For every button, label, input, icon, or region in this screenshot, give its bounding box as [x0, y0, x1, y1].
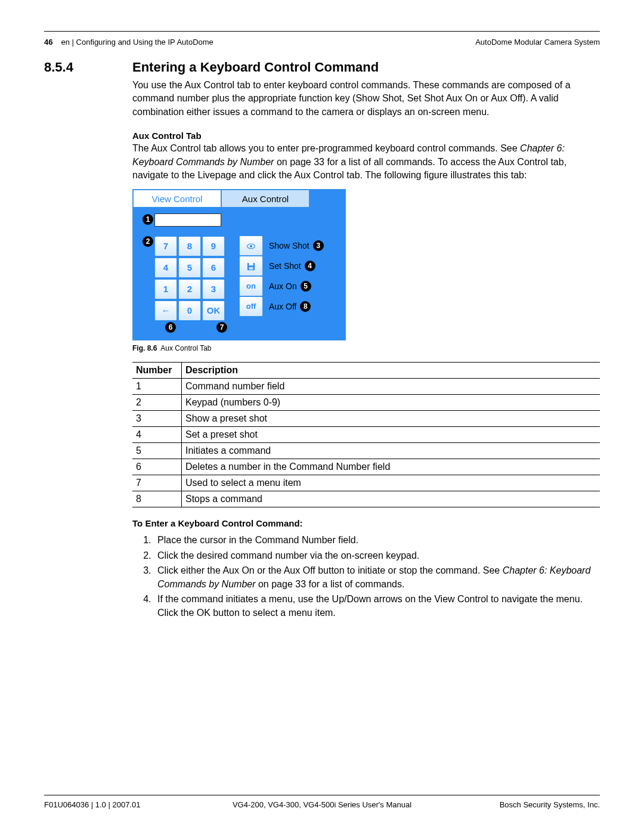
table-row: 5Initiates a command: [132, 443, 600, 459]
table-row: 2Keypad (numbers 0-9): [132, 395, 600, 411]
table-row: 8Stops a command: [132, 491, 600, 507]
list-item: Place the cursor in the Command Number f…: [154, 533, 600, 547]
svg-rect-4: [249, 267, 253, 270]
tab-aux-control[interactable]: Aux Control: [221, 190, 309, 208]
header-right: AutoDome Modular Camera System: [475, 38, 600, 47]
svg-rect-3: [249, 263, 253, 265]
keypad-0[interactable]: 0: [178, 301, 201, 321]
callout-description-table: Number Description 1Command number field…: [132, 362, 600, 507]
list-item: If the command initiates a menu, use the…: [154, 592, 600, 620]
table-row: 4Set a preset shot: [132, 427, 600, 443]
aux-control-figure: View Control Aux Control 1 2 7 8 9 4 5: [132, 189, 346, 340]
to-enter-heading: To Enter a Keyboard Control Command:: [132, 517, 600, 529]
figure-caption: Fig. 8.6 Aux Control Tab: [132, 344, 600, 352]
keypad-back[interactable]: ←: [154, 301, 177, 321]
section-number: 8.5.4: [44, 60, 73, 75]
table-row: 7Used to select a menu item: [132, 475, 600, 491]
table-row: 3Show a preset shot: [132, 411, 600, 427]
header-left: en | Configuring and Using the IP AutoDo…: [61, 38, 475, 47]
keypad-ok[interactable]: OK: [202, 301, 225, 321]
table-head-desc: Description: [182, 363, 600, 379]
aux-off-button[interactable]: off: [239, 296, 263, 317]
footer-center: VG4-200, VG4-300, VG4-500i Series User's…: [218, 800, 426, 809]
callout-3: 3: [313, 240, 324, 251]
callout-2: 2: [143, 236, 153, 247]
eye-icon: [246, 242, 256, 250]
table-row: 1Command number field: [132, 379, 600, 395]
set-shot-button[interactable]: [239, 256, 263, 276]
svg-point-1: [250, 245, 252, 247]
page-header: 46 en | Configuring and Using the IP Aut…: [44, 38, 600, 56]
show-shot-button[interactable]: [239, 236, 263, 256]
keypad-7[interactable]: 7: [154, 236, 177, 256]
keypad-9[interactable]: 9: [202, 236, 225, 256]
footer-left: F01U064036 | 1.0 | 2007.01: [44, 800, 218, 809]
keypad-5[interactable]: 5: [178, 258, 201, 278]
keypad-3[interactable]: 3: [202, 279, 225, 299]
keypad-2[interactable]: 2: [178, 279, 201, 299]
section-intro: You use the Aux Control tab to enter key…: [132, 79, 600, 119]
keypad-1[interactable]: 1: [154, 279, 177, 299]
section-title: Entering a Keyboard Control Command: [132, 60, 600, 75]
aux-control-tab-text: The Aux Control tab allows you to enter …: [132, 142, 600, 182]
table-row: 6Deletes a number in the Command Number …: [132, 459, 600, 475]
aux-control-tab-heading: Aux Control Tab: [132, 129, 600, 142]
keypad-6[interactable]: 6: [202, 258, 225, 278]
list-item: Click the desired command number via the…: [154, 549, 600, 562]
steps-list: Place the cursor in the Command Number f…: [132, 533, 600, 620]
keypad: 7 8 9 4 5 6 1 2 3 ← 0 OK: [154, 236, 225, 321]
callout-5: 5: [301, 281, 311, 292]
page-footer: F01U064036 | 1.0 | 2007.01 VG4-200, VG4-…: [44, 795, 600, 809]
footer-right: Bosch Security Systems, Inc.: [426, 800, 600, 809]
list-item: Click either the Aux On or the Aux Off b…: [154, 563, 600, 591]
table-head-number: Number: [132, 363, 182, 379]
set-shot-label: Set Shot: [269, 261, 301, 271]
disk-icon: [246, 262, 256, 271]
aux-on-label: Aux On: [269, 281, 297, 291]
tab-view-control[interactable]: View Control: [133, 190, 221, 208]
aux-on-button[interactable]: on: [239, 276, 263, 296]
callout-8: 8: [300, 301, 311, 312]
page-number: 46: [44, 38, 52, 47]
keypad-4[interactable]: 4: [154, 258, 177, 278]
callout-1: 1: [143, 214, 153, 225]
command-number-field[interactable]: [154, 213, 221, 227]
show-shot-label: Show Shot: [269, 241, 309, 250]
keypad-8[interactable]: 8: [178, 236, 201, 256]
aux-off-label: Aux Off: [269, 302, 296, 311]
callout-4: 4: [305, 261, 315, 271]
